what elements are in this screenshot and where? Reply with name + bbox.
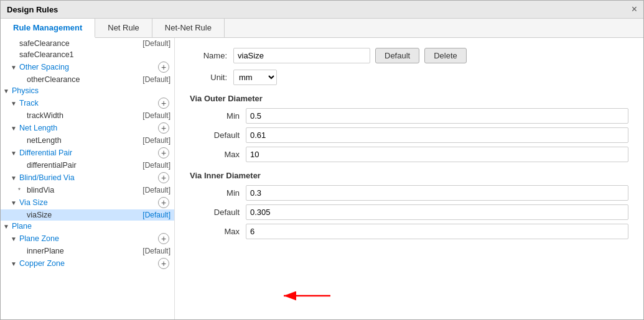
expand-arrow-icon: ▼ xyxy=(11,100,19,107)
content-area: safeClearance [Default] safeClearance1 ▼… xyxy=(1,38,643,319)
tree-item-blindVia[interactable]: * blindVia [Default] xyxy=(1,185,174,196)
tab-net-net-rule[interactable]: Net-Net Rule xyxy=(152,19,225,37)
expand-arrow-icon: ▼ xyxy=(11,199,19,206)
tab-net-rule[interactable]: Net Rule xyxy=(95,19,152,37)
inner-default-label: Default xyxy=(190,208,240,217)
tree-item-plane[interactable]: ▼ Plane xyxy=(1,221,174,232)
expand-arrow-icon: ▼ xyxy=(11,150,19,157)
outer-max-input[interactable] xyxy=(246,147,628,162)
name-label: Name: xyxy=(190,51,227,60)
outer-max-row: Max xyxy=(190,147,628,162)
right-panel: Name: Default Delete Unit: mm mil inch V… xyxy=(175,38,643,319)
name-input[interactable] xyxy=(233,48,370,63)
red-arrow-annotation xyxy=(278,286,334,307)
add-differential-pair-button[interactable]: + xyxy=(158,147,169,158)
tree-item-netLength[interactable]: netLength [Default] xyxy=(1,135,174,146)
tree-item-trackWidth[interactable]: trackWidth [Default] xyxy=(1,110,174,121)
outer-default-label: Default xyxy=(190,130,240,140)
tree-item-differential-pair[interactable]: ▼ Differential Pair + xyxy=(1,146,174,160)
outer-default-input[interactable] xyxy=(246,127,628,143)
outer-max-label: Max xyxy=(190,150,240,159)
inner-min-label: Min xyxy=(190,188,240,198)
expand-arrow-icon: ▼ xyxy=(11,125,19,132)
dialog: Design Rules × Rule Management Net Rule … xyxy=(0,0,644,320)
add-copper-zone-button[interactable]: + xyxy=(158,258,169,269)
tree-item-physics[interactable]: ▼ Physics xyxy=(1,85,174,96)
tree-item-copper-zone[interactable]: ▼ Copper Zone + xyxy=(1,257,174,270)
default-button[interactable]: Default xyxy=(375,48,419,63)
expand-arrow-icon: ▼ xyxy=(11,235,19,242)
expand-arrow-icon: ▼ xyxy=(11,260,19,267)
via-outer-title: Via Outer Diameter xyxy=(190,94,628,103)
add-blind-buried-via-button[interactable]: + xyxy=(158,172,169,183)
tree-item-track[interactable]: ▼ Track + xyxy=(1,96,174,110)
inner-min-input[interactable] xyxy=(246,185,628,201)
name-row: Name: Default Delete xyxy=(190,48,628,63)
dialog-title: Design Rules xyxy=(7,5,58,14)
tree-item-plane-zone[interactable]: ▼ Plane Zone + xyxy=(1,232,174,245)
expand-arrow-icon: ▼ xyxy=(3,223,12,230)
tree-item-net-length[interactable]: ▼ Net Length + xyxy=(1,121,174,135)
tree-item-via-size[interactable]: ▼ Via Size + xyxy=(1,196,174,209)
tree-item-differentialPair[interactable]: differentialPair [Default] xyxy=(1,160,174,171)
left-panel: safeClearance [Default] safeClearance1 ▼… xyxy=(1,38,175,319)
tab-bar: Rule Management Net Rule Net-Net Rule xyxy=(1,19,643,38)
close-button[interactable]: × xyxy=(632,4,637,14)
unit-row: Unit: mm mil inch xyxy=(190,70,628,85)
tree-item-innerPlane[interactable]: innerPlane [Default] xyxy=(1,245,174,257)
unit-select[interactable]: mm mil inch xyxy=(233,70,277,85)
arrow-icon: * xyxy=(18,187,27,194)
unit-label: Unit: xyxy=(190,73,227,82)
inner-min-row: Min xyxy=(190,185,628,201)
add-via-size-button[interactable]: + xyxy=(158,197,169,208)
outer-min-input[interactable] xyxy=(246,108,628,124)
add-net-length-button[interactable]: + xyxy=(158,122,169,134)
add-other-spacing-button[interactable]: + xyxy=(158,62,169,73)
expand-arrow-icon: ▼ xyxy=(11,64,19,71)
tree-item-other-spacing[interactable]: ▼ Other Spacing + xyxy=(1,60,174,74)
expand-arrow-icon: ▼ xyxy=(11,175,19,181)
inner-max-input[interactable] xyxy=(246,224,628,239)
inner-max-row: Max xyxy=(190,224,628,239)
delete-button[interactable]: Delete xyxy=(424,48,467,63)
outer-min-row: Min xyxy=(190,108,628,124)
add-plane-zone-button[interactable]: + xyxy=(158,233,169,244)
tree-item-safeClearance1[interactable]: safeClearance1 xyxy=(1,49,174,60)
tree-item-viaSize[interactable]: viaSize [Default] xyxy=(1,209,174,221)
via-inner-title: Via Inner Diameter xyxy=(190,171,628,180)
expand-arrow-icon: ▼ xyxy=(3,88,12,94)
inner-default-row: Default xyxy=(190,204,628,220)
title-bar: Design Rules × xyxy=(1,1,643,19)
inner-max-label: Max xyxy=(190,227,240,236)
tree-item-safeClearance[interactable]: safeClearance [Default] xyxy=(1,38,174,49)
tab-rule-management[interactable]: Rule Management xyxy=(1,19,95,38)
inner-default-input[interactable] xyxy=(246,204,628,220)
outer-min-label: Min xyxy=(190,111,240,121)
outer-default-row: Default xyxy=(190,127,628,143)
tree-item-blind-buried-via[interactable]: ▼ Blind/Buried Via + xyxy=(1,171,174,185)
add-track-button[interactable]: + xyxy=(158,98,169,109)
tree-item-otherClearance[interactable]: otherClearance [Default] xyxy=(1,74,174,85)
